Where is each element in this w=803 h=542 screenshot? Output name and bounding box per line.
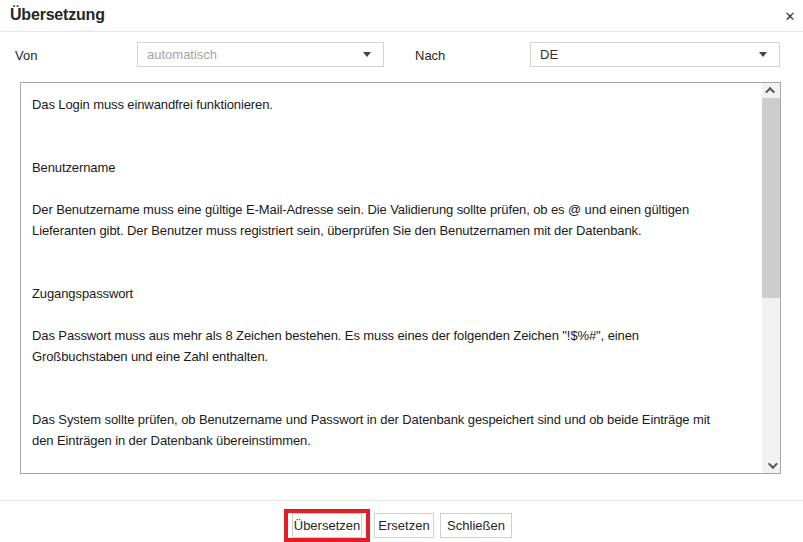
text-line	[32, 304, 756, 325]
close-icon[interactable]: ✕	[778, 4, 802, 28]
text-line	[32, 115, 756, 136]
to-language-select[interactable]: DE	[530, 42, 780, 67]
text-line	[32, 388, 756, 409]
text-line: Lieferanten gibt. Der Benutzer muss regi…	[32, 220, 756, 241]
text-line: den Einträgen in der Datenbank übereinst…	[32, 430, 756, 451]
from-label: Von	[15, 48, 37, 63]
text-line	[32, 241, 756, 262]
text-line	[32, 262, 756, 283]
translation-dialog: Übersetzung ✕ Von automatisch Nach DE Da…	[0, 0, 803, 542]
scroll-up-button[interactable]	[762, 83, 780, 98]
dialog-title: Übersetzung	[10, 6, 105, 24]
text-line	[32, 178, 756, 199]
chevron-down-icon	[363, 52, 371, 57]
from-language-value: automatisch	[138, 47, 363, 62]
to-label: Nach	[415, 48, 445, 63]
text-line: Das Passwort muss aus mehr als 8 Zeichen…	[32, 325, 756, 346]
text-line	[32, 367, 756, 388]
chevron-down-icon	[759, 52, 767, 57]
footer-divider	[0, 500, 803, 501]
text-line	[32, 136, 756, 157]
header-divider	[0, 31, 803, 32]
scrollbar-thumb[interactable]	[762, 98, 780, 298]
scroll-down-button[interactable]	[762, 458, 780, 473]
text-line: Das System sollte prüfen, ob Benutzernam…	[32, 409, 756, 430]
text-line: Benutzername	[32, 157, 756, 178]
translation-source-textarea[interactable]: Das Login muss einwandfrei funktionieren…	[20, 82, 781, 474]
close-button[interactable]: Schließen	[440, 513, 512, 538]
text-line: Das Login muss einwandfrei funktionieren…	[32, 94, 756, 115]
translate-button[interactable]: Übersetzen	[292, 513, 362, 538]
from-language-select[interactable]: automatisch	[137, 42, 384, 67]
textarea-content[interactable]: Das Login muss einwandfrei funktionieren…	[21, 83, 762, 473]
textarea-scrollbar[interactable]	[762, 83, 780, 473]
chevron-down-icon	[767, 459, 777, 469]
text-line: Großbuchstaben und eine Zahl enthalten.	[32, 346, 756, 367]
text-line: Der Benutzername muss eine gültige E-Mai…	[32, 199, 756, 220]
replace-button[interactable]: Ersetzen	[374, 513, 434, 538]
to-language-value: DE	[531, 47, 759, 62]
chevron-up-icon	[765, 87, 775, 97]
text-line: Zugangspasswort	[32, 283, 756, 304]
